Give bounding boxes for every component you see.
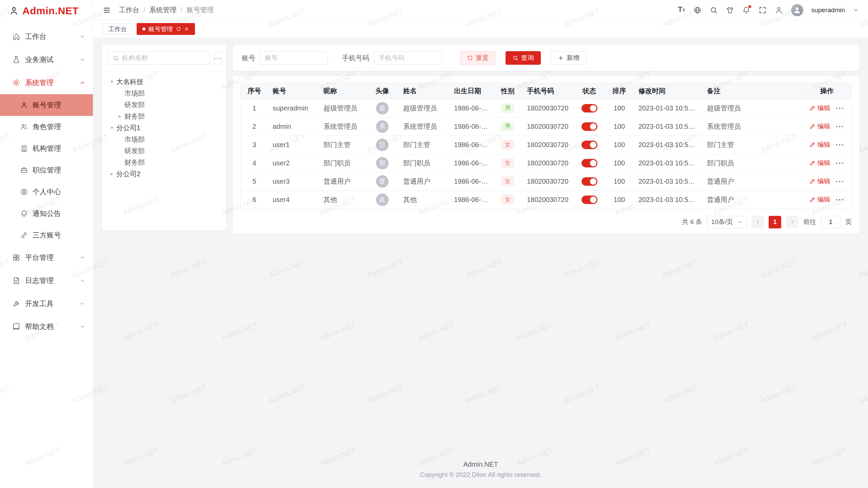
tree-node[interactable]: 市场部 xyxy=(105,134,223,145)
sidebar-item-third-party-account[interactable]: 三方账号 xyxy=(0,224,93,246)
font-size-icon[interactable]: TT xyxy=(678,5,685,15)
page-number-current[interactable]: 1 xyxy=(769,216,781,228)
tree-node[interactable]: 研发部 xyxy=(105,145,223,157)
cell-account: user3 xyxy=(268,172,319,190)
tree-node-label: 大名科技 xyxy=(116,77,143,86)
menu-label: 帮助文档 xyxy=(25,322,54,331)
user-icon[interactable] xyxy=(775,6,783,14)
username[interactable]: superadmin xyxy=(811,6,845,14)
edit-icon xyxy=(809,105,815,111)
prev-page-button[interactable] xyxy=(751,216,764,228)
sidebar-item-help-docs[interactable]: 帮助文档 xyxy=(0,315,93,338)
breadcrumb-item[interactable]: 系统管理 xyxy=(150,5,177,15)
chevron-down-icon xyxy=(737,220,742,225)
tree-node[interactable]: ▸分公司2 xyxy=(105,168,223,180)
avatar: 部 xyxy=(376,139,389,151)
more-actions-button[interactable]: ··· xyxy=(836,141,845,149)
avatar[interactable] xyxy=(791,4,803,16)
edit-icon xyxy=(809,142,815,148)
cell-name: 部门职员 xyxy=(398,154,449,172)
tree-node[interactable]: ▾分公司1 xyxy=(105,122,223,134)
reset-button[interactable]: 重置 xyxy=(460,51,495,65)
reset-label: 重置 xyxy=(476,54,489,62)
bell-icon[interactable] xyxy=(742,6,750,14)
status-toggle[interactable] xyxy=(581,141,597,149)
avatar: 部 xyxy=(376,157,389,169)
table-row: 5 user3 普通用户 普 普通用户 1986-06-28 女 1802003… xyxy=(241,172,851,190)
account-input[interactable] xyxy=(260,51,328,65)
chevron-down-icon[interactable] xyxy=(853,7,859,13)
status-toggle[interactable] xyxy=(581,104,597,113)
more-actions-button[interactable]: ··· xyxy=(836,196,845,204)
sidebar-item-system-management[interactable]: 系统管理 xyxy=(0,71,93,94)
edit-button[interactable]: 编辑 xyxy=(809,195,830,204)
org-search-input[interactable] xyxy=(122,54,205,62)
more-actions-button[interactable]: ··· xyxy=(836,159,845,167)
sidebar-item-account-management[interactable]: 账号管理 xyxy=(0,94,93,116)
phone-input[interactable] xyxy=(374,51,442,65)
sidebar-item-log-management[interactable]: 日志管理 xyxy=(0,269,93,292)
edit-button[interactable]: 编辑 xyxy=(809,177,830,186)
status-toggle[interactable] xyxy=(581,196,597,204)
cell-index: 3 xyxy=(241,136,268,154)
tab-account-management[interactable]: 账号管理 xyxy=(137,23,195,35)
page-footer: Admin.NET Copyright © 2022 Dilon All rig… xyxy=(102,454,859,488)
close-icon[interactable] xyxy=(184,26,189,32)
globe-icon[interactable] xyxy=(693,6,702,14)
sidebar-item-workbench[interactable]: 工作台 xyxy=(0,25,93,48)
edit-button[interactable]: 编辑 xyxy=(809,104,830,113)
caret-right-icon: ▸ xyxy=(116,113,124,119)
edit-button[interactable]: 编辑 xyxy=(809,140,830,149)
menu-label: 账号管理 xyxy=(33,100,61,110)
more-actions-button[interactable]: ··· xyxy=(836,178,845,185)
sidebar-item-position-management[interactable]: 职位管理 xyxy=(0,159,93,181)
cell-gender: 女 xyxy=(493,154,522,172)
tab-workbench[interactable]: 工作台 xyxy=(103,23,133,35)
edit-button[interactable]: 编辑 xyxy=(809,159,830,167)
sidebar-item-platform-management[interactable]: 平台管理 xyxy=(0,246,93,269)
more-actions-button[interactable]: ··· xyxy=(836,123,845,130)
menu-label: 系统管理 xyxy=(25,78,54,87)
search-label: 查询 xyxy=(521,54,534,62)
fullscreen-icon[interactable] xyxy=(758,6,767,14)
goto-page-input[interactable] xyxy=(821,216,841,228)
table-row: 3 user1 部门主管 部 部门主管 1986-06-28 女 1802003… xyxy=(241,136,851,154)
tree-node[interactable]: ▾大名科技 xyxy=(105,76,223,87)
edit-label: 编辑 xyxy=(817,195,830,204)
chevron-down-icon xyxy=(79,324,85,330)
sidebar-item-role-management[interactable]: 角色管理 xyxy=(0,116,93,138)
edit-label: 编辑 xyxy=(817,177,830,186)
sidebar-item-org-management[interactable]: 机构管理 xyxy=(0,138,93,159)
cell-phone: 18020030720 xyxy=(522,99,574,117)
cell-avatar: 部 xyxy=(366,136,398,154)
app-root: Admin.NET 工作台 业务测试 系统管理 账号管理 xyxy=(0,0,868,488)
tree-node[interactable]: 财务部 xyxy=(105,157,223,168)
users-icon xyxy=(20,123,28,130)
page-size-select[interactable]: 10条/页 xyxy=(707,216,747,228)
tree-more-button[interactable]: ··· xyxy=(214,51,222,65)
hamburger-menu-icon[interactable] xyxy=(103,6,111,14)
more-actions-button[interactable]: ··· xyxy=(836,104,845,112)
edit-button[interactable]: 编辑 xyxy=(809,122,830,131)
theme-icon[interactable] xyxy=(726,6,734,14)
status-toggle[interactable] xyxy=(581,122,597,131)
refresh-icon[interactable] xyxy=(176,26,181,32)
search-icon[interactable] xyxy=(710,6,718,14)
edit-label: 编辑 xyxy=(817,104,830,113)
search-button[interactable]: 查询 xyxy=(506,51,541,65)
avatar: 普 xyxy=(376,175,389,188)
tree-node[interactable]: 市场部 xyxy=(105,87,223,99)
cell-sort: 100 xyxy=(605,190,634,209)
sidebar-item-notice[interactable]: 通知公告 xyxy=(0,203,93,224)
tree-node[interactable]: 研发部 xyxy=(105,99,223,110)
next-page-button[interactable] xyxy=(786,216,798,228)
add-button[interactable]: 新增 xyxy=(551,51,586,65)
tree-node[interactable]: ▸财务部 xyxy=(105,110,223,122)
status-toggle[interactable] xyxy=(581,177,597,186)
sidebar-item-business-test[interactable]: 业务测试 xyxy=(0,48,93,71)
sidebar-item-personal-center[interactable]: 个人中心 xyxy=(0,181,93,203)
status-toggle[interactable] xyxy=(581,159,597,167)
breadcrumb-item[interactable]: 工作台 xyxy=(119,5,139,15)
sidebar-menu: 工作台 业务测试 系统管理 账号管理 角色管理 xyxy=(0,22,93,488)
sidebar-item-dev-tools[interactable]: 开发工具 xyxy=(0,292,93,315)
